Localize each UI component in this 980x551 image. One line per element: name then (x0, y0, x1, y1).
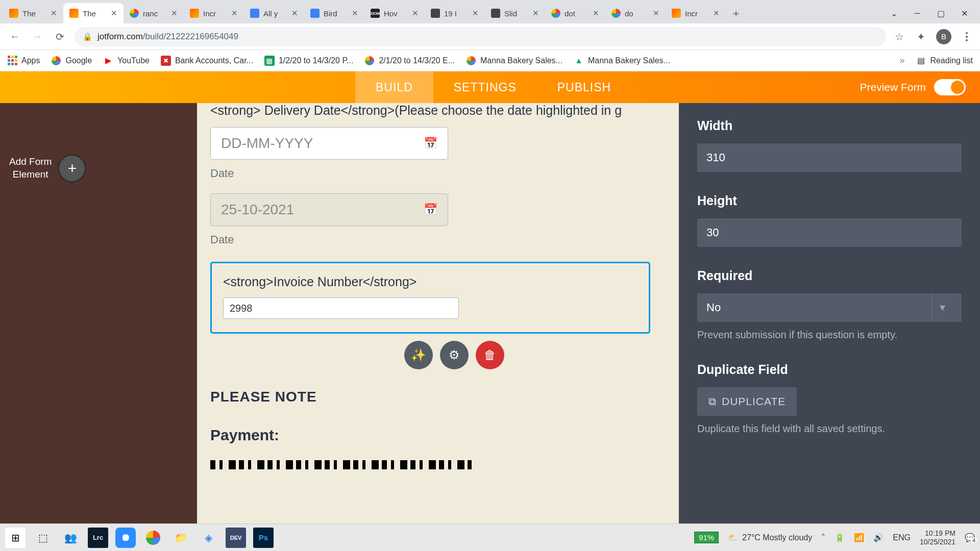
duplicate-button[interactable]: ⧉ DUPLICATE (697, 387, 797, 416)
language-indicator[interactable]: ENG (893, 533, 911, 542)
tab-settings[interactable]: SETTINGS (433, 71, 537, 103)
form-canvas[interactable]: <strong> Delivery Date</strong>(Please c… (197, 103, 679, 523)
close-tab-icon[interactable]: ✕ (291, 9, 298, 18)
notifications-icon[interactable]: 💬4 (965, 533, 975, 542)
close-tab-icon[interactable]: ✕ (231, 9, 238, 18)
calendar-icon[interactable]: 📅 (424, 203, 437, 216)
close-tab-icon[interactable]: ✕ (653, 9, 659, 18)
close-tab-icon[interactable]: ✕ (412, 9, 419, 18)
field-settings-button[interactable]: ⚙ (440, 341, 469, 369)
bookmark-label: 2/1/20 to 14/3/20 E... (379, 56, 455, 65)
required-select[interactable]: No ▾ (697, 293, 962, 322)
tab-title: Bird (324, 9, 348, 18)
star-icon[interactable]: ☆ (893, 31, 905, 43)
browser-tab[interactable]: Incr✕ (666, 3, 726, 23)
file-explorer-icon[interactable]: 📁 (170, 528, 191, 548)
chevron-down-icon: ▾ (932, 293, 952, 322)
bookmark-apps[interactable]: Apps (7, 56, 40, 66)
delivery-date-input[interactable]: DD-MM-YYYY 📅 (210, 127, 448, 160)
invoice-number-input[interactable]: 2998 (223, 297, 459, 319)
extensions-icon[interactable]: ✦ (915, 31, 927, 43)
wifi-icon[interactable]: 📶 (854, 533, 864, 542)
clock[interactable]: 10:19 PM 10/25/2021 (920, 529, 955, 546)
payment-heading: Payment: (210, 427, 658, 444)
task-view-icon[interactable]: ⬚ (33, 528, 53, 548)
browser-tab[interactable]: DCWHov✕ (364, 3, 425, 23)
bookmark-google[interactable]: Google (51, 56, 92, 66)
bookmark-bank[interactable]: ✖Bank Accounts, Car... (161, 56, 253, 66)
browser-tab[interactable]: 19 I✕ (425, 3, 485, 23)
close-window-button[interactable]: ✕ (960, 9, 969, 18)
favicon (69, 9, 79, 18)
favicon (9, 9, 18, 18)
bookmark-youtube[interactable]: ▶YouTube (103, 56, 150, 66)
weather-widget[interactable]: ⛅ 27°C Mostly cloudy (728, 533, 812, 542)
teams-icon[interactable]: 👥 (60, 528, 81, 548)
lightroom-icon[interactable]: Lrc (88, 528, 108, 548)
bookmark-manna2[interactable]: ▲Manna Bakery Sales... (574, 56, 670, 66)
close-tab-icon[interactable]: ✕ (171, 9, 178, 18)
reload-button[interactable]: ⟳ (52, 29, 67, 44)
close-tab-icon[interactable]: ✕ (472, 9, 479, 18)
app-icon-1[interactable]: ◈ (198, 528, 218, 548)
properties-panel: Width 310 Height 30 Required No ▾ Preven… (679, 103, 980, 523)
calendar-icon[interactable]: 📅 (424, 137, 437, 150)
new-tab-button[interactable]: ＋ (726, 3, 746, 23)
browser-tab[interactable]: Bird✕ (304, 3, 364, 23)
start-button[interactable]: ⊞ (5, 528, 26, 548)
delete-field-button[interactable]: 🗑 (476, 341, 504, 369)
date-input-readonly[interactable]: 25-10-2021 📅 (210, 193, 448, 226)
reading-list-button[interactable]: ▤Reading list (916, 56, 973, 66)
photoshop-icon[interactable]: Ps (253, 528, 274, 548)
add-form-element-button[interactable]: Add FormElement + (9, 154, 86, 183)
bookmark-sheet1[interactable]: ▦1/2/20 to 14/3/20 P... (264, 56, 354, 66)
chevron-down-icon[interactable]: ⌄ (889, 9, 898, 18)
profile-avatar[interactable]: B (936, 29, 951, 44)
tray-chevron-icon[interactable]: ˄ (821, 533, 825, 542)
maximize-button[interactable]: ▢ (936, 9, 945, 18)
delivery-date-field[interactable]: <strong> Delivery Date</strong>(Please c… (210, 103, 658, 180)
url-field[interactable]: 🔒 jotform.com/build/212222169654049 (75, 27, 886, 46)
invoice-number-field-selected[interactable]: <strong>Invoice Number</strong> 2998 (210, 262, 650, 334)
width-input[interactable]: 310 (697, 143, 962, 172)
browser-tab[interactable]: Slid✕ (485, 3, 545, 23)
close-tab-icon[interactable]: ✕ (352, 9, 358, 18)
browser-tab[interactable]: ranc✕ (124, 3, 184, 23)
battery-icon[interactable]: 🔋 (835, 533, 845, 542)
browser-tab[interactable]: The✕ (63, 3, 124, 23)
close-tab-icon[interactable]: ✕ (713, 9, 720, 18)
close-tab-icon[interactable]: ✕ (111, 9, 117, 18)
chrome-icon[interactable] (143, 528, 163, 548)
browser-tab[interactable]: dot✕ (545, 3, 605, 23)
tab-build[interactable]: BUILD (355, 71, 433, 103)
tab-title: do (625, 9, 649, 18)
tab-title: Hov (384, 9, 408, 18)
tab-publish[interactable]: PUBLISH (537, 71, 631, 103)
browser-tab[interactable]: Incr✕ (184, 3, 244, 23)
bookmark-manna1[interactable]: Manna Bakery Sales... (466, 56, 562, 66)
zoom-icon[interactable]: ⏺ (115, 528, 136, 548)
dev-icon[interactable]: DEV (226, 528, 246, 548)
bookmark-sheet2[interactable]: 2/1/20 to 14/3/20 E... (364, 56, 455, 66)
tab-title: dot (565, 9, 589, 18)
browser-tab[interactable]: do✕ (605, 3, 666, 23)
preview-toggle[interactable] (934, 79, 966, 95)
forward-button[interactable]: → (30, 29, 45, 44)
battery-indicator[interactable]: 91% (694, 532, 719, 543)
height-input[interactable]: 30 (697, 218, 962, 247)
close-tab-icon[interactable]: ✕ (51, 9, 57, 18)
magic-wand-button[interactable]: ✨ (404, 341, 433, 369)
tab-title: Incr (685, 9, 709, 18)
back-button[interactable]: ← (7, 29, 22, 44)
tab-title: 19 I (444, 9, 468, 18)
menu-icon[interactable] (961, 31, 973, 43)
minimize-button[interactable]: ─ (913, 9, 922, 18)
width-label: Width (697, 118, 962, 133)
date-field[interactable]: 25-10-2021 📅 Date (210, 193, 658, 246)
browser-tab[interactable]: The✕ (3, 3, 63, 23)
bookmarks-overflow[interactable]: » (899, 55, 904, 66)
close-tab-icon[interactable]: ✕ (532, 9, 539, 18)
close-tab-icon[interactable]: ✕ (593, 9, 599, 18)
volume-icon[interactable]: 🔊 (873, 533, 884, 542)
browser-tab[interactable]: All y✕ (244, 3, 304, 23)
